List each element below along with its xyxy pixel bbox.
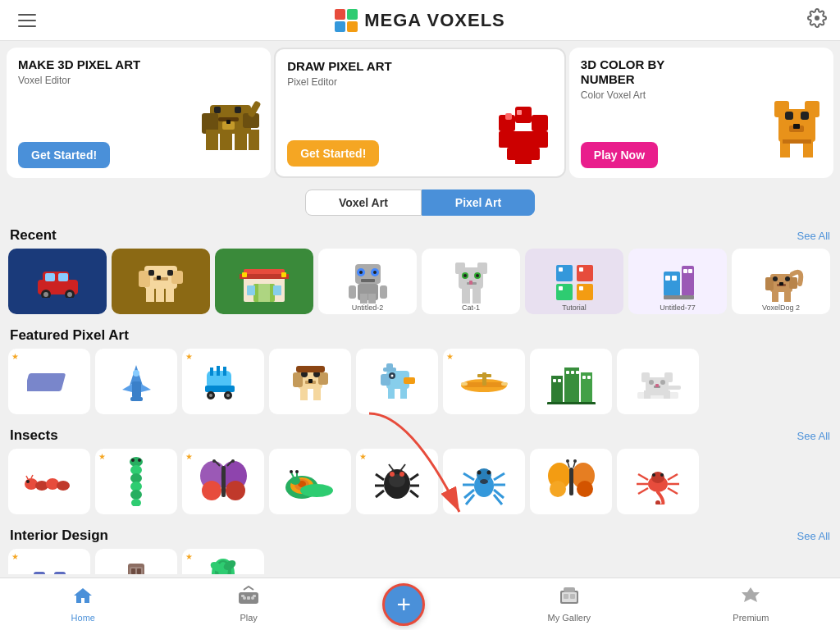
recent-tutorial-label: Tutorial: [528, 304, 620, 312]
svg-rect-9: [235, 130, 247, 150]
svg-rect-94: [665, 276, 670, 281]
featured-item-7[interactable]: [530, 349, 612, 414]
insects-item-spider[interactable]: [443, 449, 525, 514]
interior-title: Interior Design: [10, 527, 108, 544]
svg-rect-262: [137, 568, 141, 574]
bottom-nav: Home Play + My: [0, 578, 840, 630]
svg-rect-100: [765, 277, 774, 290]
svg-rect-20: [499, 131, 548, 148]
svg-rect-133: [296, 366, 325, 372]
crown-badge: ★: [185, 452, 193, 461]
svg-rect-60: [242, 272, 247, 277]
svg-rect-45: [171, 271, 183, 284]
recent-item-dog[interactable]: [112, 249, 210, 314]
tab-bar: Voxel Art Pixel Art: [0, 185, 840, 221]
svg-rect-92: [664, 272, 680, 296]
insects-item-scorpion[interactable]: [617, 449, 699, 514]
recent-item-shop[interactable]: [215, 249, 313, 314]
interior-item-2[interactable]: [95, 549, 177, 574]
settings-button[interactable]: [807, 8, 827, 33]
svg-point-105: [785, 276, 790, 281]
interior-item-3[interactable]: ★: [182, 549, 264, 574]
svg-rect-46: [146, 287, 154, 302]
svg-point-200: [290, 477, 300, 485]
svg-rect-162: [641, 372, 650, 382]
recent-see-all-button[interactable]: See All: [797, 230, 830, 242]
svg-rect-22: [515, 158, 532, 164]
insects-item-caterpillar[interactable]: ★: [95, 449, 177, 514]
svg-rect-142: [386, 363, 393, 370]
featured-item-1[interactable]: ★: [8, 349, 90, 414]
recent-item-cat[interactable]: Cat-1: [422, 249, 520, 314]
nav-gallery-button[interactable]: My Gallery: [528, 581, 611, 628]
svg-rect-48: [166, 287, 174, 302]
crown-badge: ★: [11, 552, 19, 561]
voxel-get-started-button[interactable]: Get Started!: [18, 142, 110, 168]
svg-rect-74: [455, 262, 465, 274]
featured-item-2[interactable]: [95, 349, 177, 414]
svg-marker-112: [141, 384, 151, 392]
recent-item-untitled77[interactable]: Untitled-77: [628, 249, 727, 314]
svg-marker-111: [122, 384, 132, 392]
menu-button[interactable]: [13, 9, 41, 32]
svg-rect-15: [226, 120, 231, 124]
svg-point-174: [57, 481, 70, 491]
svg-line-219: [463, 473, 474, 480]
svg-point-249: [660, 473, 664, 477]
svg-rect-96: [683, 269, 687, 273]
insects-item-beetle[interactable]: ★: [356, 449, 438, 514]
recent-item-voxeldog[interactable]: VoxelDog 2: [732, 249, 830, 314]
svg-rect-0: [335, 9, 345, 20]
recent-item-tutorial[interactable]: Tutorial: [525, 249, 623, 314]
svg-rect-122: [217, 366, 220, 376]
main-content: Recent See All: [0, 221, 840, 574]
nav-home-button[interactable]: Home: [52, 581, 115, 628]
featured-item-4[interactable]: [269, 349, 351, 414]
svg-rect-157: [582, 376, 586, 379]
svg-rect-154: [566, 371, 569, 374]
color-play-now-button[interactable]: Play Now: [581, 142, 658, 168]
svg-point-183: [131, 499, 141, 506]
nav-play-button[interactable]: Play: [217, 581, 280, 628]
svg-point-120: [226, 394, 230, 397]
insects-item-snail[interactable]: [269, 449, 351, 514]
svg-point-164: [649, 380, 654, 385]
svg-rect-170: [668, 386, 681, 390]
svg-rect-163: [664, 372, 673, 382]
featured-item-6[interactable]: ★: [443, 349, 525, 414]
app-title: MEGA VOXELS: [335, 9, 505, 32]
recent-item-car[interactable]: [8, 249, 107, 314]
svg-rect-121: [210, 368, 213, 376]
featured-item-3[interactable]: ★: [182, 349, 264, 414]
svg-rect-86: [556, 284, 573, 300]
svg-point-70: [359, 271, 363, 274]
interior-see-all-button[interactable]: See All: [797, 530, 830, 542]
insects-title: Insects: [10, 427, 58, 444]
svg-rect-145: [461, 382, 468, 386]
featured-title: Featured Pixel Art: [10, 327, 129, 344]
crown-badge: ★: [185, 552, 193, 561]
featured-item-8[interactable]: [617, 349, 699, 414]
tab-pixel-art[interactable]: Pixel Art: [422, 189, 535, 216]
insects-see-all-button[interactable]: See All: [797, 430, 830, 442]
play-icon: [237, 586, 260, 610]
insects-item-worm[interactable]: [8, 449, 90, 514]
svg-point-188: [202, 481, 221, 500]
pixel-get-started-button[interactable]: Get Started!: [287, 140, 379, 167]
svg-rect-2: [335, 21, 345, 32]
svg-rect-7: [206, 130, 218, 150]
recent-item-robot[interactable]: Untitled-2: [318, 249, 417, 314]
svg-line-241: [638, 474, 648, 480]
recent-robot-label: Untitled-2: [322, 304, 413, 312]
interior-item-1[interactable]: ★: [8, 549, 90, 574]
svg-rect-47: [156, 287, 164, 302]
insects-item-butterfly[interactable]: ★: [182, 449, 264, 514]
svg-point-189: [226, 481, 245, 500]
add-button[interactable]: +: [382, 583, 425, 626]
nav-premium-button[interactable]: Premium: [713, 581, 788, 628]
promo-card-voxel: MAKE 3D PIXEL ART Voxel Editor Get Start…: [7, 48, 271, 178]
tab-voxel-art[interactable]: Voxel Art: [305, 189, 422, 216]
insects-item-orange-butterfly[interactable]: [530, 449, 612, 514]
featured-item-5[interactable]: [356, 349, 438, 414]
add-icon: +: [397, 592, 412, 617]
